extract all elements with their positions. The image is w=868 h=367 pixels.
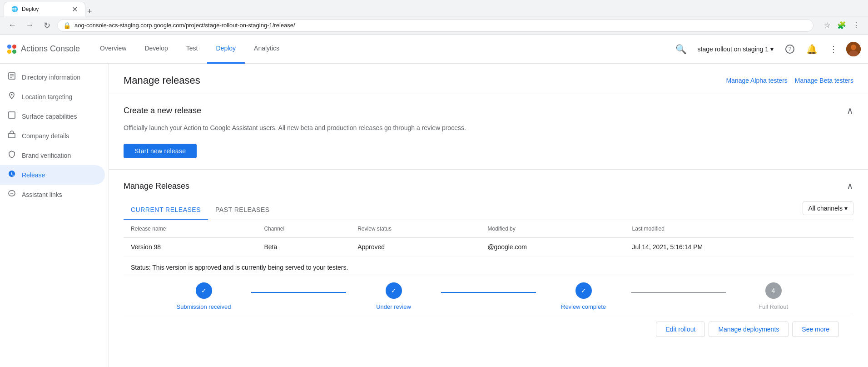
browser-tab[interactable]: 🌐 Deploy ✕ <box>4 2 85 16</box>
channel-dropdown[interactable]: All channels ▾ <box>803 201 854 215</box>
extension-button[interactable]: 🧩 <box>835 19 848 32</box>
page-header: Manage releases Manage Alpha testers Man… <box>109 64 868 94</box>
nav-item-deploy[interactable]: Deploy <box>207 35 245 64</box>
sidebar-item-release[interactable]: Release <box>0 165 105 185</box>
cell-review-status: Approved <box>350 238 480 256</box>
step-number-full-rollout: 4 <box>772 287 775 294</box>
nav-item-develop[interactable]: Develop <box>135 35 177 64</box>
step-submission: ✓ Submission received <box>156 282 251 310</box>
sidebar-item-brand-verification[interactable]: Brand verification <box>0 146 105 165</box>
sidebar-label-surface-capabilities: Surface capabilities <box>22 113 77 120</box>
nav-item-test[interactable]: Test <box>177 35 207 64</box>
project-selector[interactable]: stage rollout on staging 1 ▾ <box>694 44 777 55</box>
google-logo <box>7 45 17 54</box>
address-bar[interactable]: 🔒 aog-console-acs-staging.corp.google.co… <box>57 19 813 32</box>
avatar[interactable] <box>846 42 861 56</box>
back-button[interactable]: ← <box>5 19 19 32</box>
more-vert-button[interactable]: ⋮ <box>824 40 843 58</box>
tab-past-releases[interactable]: PAST RELEASES <box>208 201 277 220</box>
expanded-cell: Status: This version is approved and is … <box>124 256 853 275</box>
sidebar-label-location-targeting: Location targeting <box>22 93 72 101</box>
page-title: Manage releases <box>124 75 200 86</box>
table-row[interactable]: Version 98 Beta Approved @google.com Jul… <box>124 238 853 256</box>
manage-alpha-testers-link[interactable]: Manage Alpha testers <box>726 77 787 84</box>
sidebar-label-directory-information: Directory information <box>22 74 80 81</box>
step-circle-full-rollout: 4 <box>765 282 782 299</box>
chevron-up-icon: ∧ <box>847 106 853 116</box>
help-button[interactable]: ? <box>781 40 799 58</box>
check-icon-submission: ✓ <box>201 287 207 294</box>
channel-dropdown-arrow: ▾ <box>844 205 848 212</box>
sidebar-item-assistant-links[interactable]: Assistant links <box>0 185 105 204</box>
col-review-status: Review status <box>350 220 480 238</box>
sidebar-item-directory-information[interactable]: Directory information <box>0 67 105 87</box>
check-icon-review-complete: ✓ <box>581 287 586 294</box>
create-release-collapse-button[interactable]: ∧ <box>847 105 853 116</box>
brand-verification-icon <box>7 150 16 161</box>
create-release-header: Create a new release ∧ <box>124 105 853 116</box>
header-right: 🔍 stage rollout on staging 1 ▾ ? 🔔 ⋮ <box>672 40 861 58</box>
main-layout: Directory information Location targeting… <box>0 64 868 367</box>
connector-2 <box>441 292 536 293</box>
address-text: aog-console-acs-staging.corp.google.com/… <box>74 22 808 29</box>
dot-yellow <box>7 50 11 54</box>
star-button[interactable]: ☆ <box>821 19 833 32</box>
assistant-links-icon <box>7 189 16 200</box>
more-button[interactable]: ⋮ <box>850 19 863 32</box>
manage-deployments-button[interactable]: Manage deployments <box>709 322 789 337</box>
see-more-button[interactable]: See more <box>792 322 839 337</box>
tab-favicon: 🌐 <box>11 6 18 12</box>
steps-row: ✓ Submission received ✓ Under review <box>156 282 821 310</box>
cell-channel: Beta <box>257 238 350 256</box>
svg-rect-8 <box>9 112 15 118</box>
col-last-modified: Last modified <box>625 220 853 238</box>
col-modified-by: Modified by <box>480 220 625 238</box>
tabs: CURRENT RELEASES PAST RELEASES <box>124 201 277 220</box>
content-area: Manage releases Manage Alpha testers Man… <box>109 64 868 367</box>
dot-red <box>12 45 16 49</box>
directory-information-icon <box>7 72 16 82</box>
reload-button[interactable]: ↻ <box>40 19 54 32</box>
nav-item-overview[interactable]: Overview <box>91 35 135 64</box>
expanded-row: Status: This version is approved and is … <box>124 256 853 275</box>
progress-container: ✓ Submission received ✓ Under review <box>124 275 853 314</box>
svg-point-1 <box>851 45 856 50</box>
sidebar-item-company-details[interactable]: Company details <box>0 126 105 146</box>
step-label-submission[interactable]: Submission received <box>177 303 231 310</box>
channel-dropdown-label: All channels <box>808 205 843 212</box>
sidebar-label-brand-verification: Brand verification <box>22 152 71 159</box>
releases-table: Release name Channel Review status Modif… <box>124 220 853 275</box>
notifications-button[interactable]: 🔔 <box>803 40 821 58</box>
tab-close-button[interactable]: ✕ <box>72 5 78 14</box>
manage-releases-collapse-button[interactable]: ∧ <box>847 181 853 191</box>
sidebar-label-release: Release <box>22 171 45 179</box>
sidebar: Directory information Location targeting… <box>0 64 109 367</box>
step-review-complete: ✓ Review complete <box>536 282 631 310</box>
step-label-review-complete[interactable]: Review complete <box>561 303 606 310</box>
sidebar-item-location-targeting[interactable]: Location targeting <box>0 87 105 106</box>
location-targeting-icon <box>7 91 16 102</box>
start-new-release-button[interactable]: Start new release <box>124 144 197 158</box>
header-nav: Overview Develop Test Deploy Analytics <box>91 35 672 64</box>
connector-1 <box>251 292 346 293</box>
edit-rollout-button[interactable]: Edit rollout <box>656 322 705 337</box>
search-button[interactable]: 🔍 <box>672 40 690 58</box>
nav-item-analytics[interactable]: Analytics <box>245 35 288 64</box>
step-label-full-rollout: Full Rollout <box>759 303 788 310</box>
tab-current-releases[interactable]: CURRENT RELEASES <box>124 201 208 220</box>
tab-title: Deploy <box>22 6 39 12</box>
status-description: This version is approved and is currentl… <box>152 264 348 271</box>
new-tab-button[interactable]: + <box>85 7 94 16</box>
app-logo: Actions Console <box>7 44 80 54</box>
create-release-description: Officially launch your Action to Google … <box>124 123 853 133</box>
step-label-under-review[interactable]: Under review <box>376 303 411 310</box>
status-text: Status: This version is approved and is … <box>131 264 348 271</box>
sidebar-item-surface-capabilities[interactable]: Surface capabilities <box>0 106 105 126</box>
step-under-review: ✓ Under review <box>346 282 441 310</box>
step-circle-review-complete: ✓ <box>575 282 592 299</box>
manage-beta-testers-link[interactable]: Manage Beta testers <box>795 77 853 84</box>
forward-button[interactable]: → <box>23 19 36 32</box>
more-vert-icon: ⋮ <box>829 44 838 55</box>
surface-capabilities-icon <box>7 111 16 121</box>
search-icon: 🔍 <box>675 44 687 55</box>
